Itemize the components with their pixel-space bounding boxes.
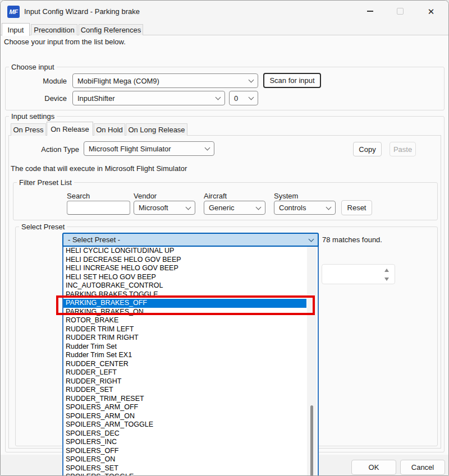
input-settings-legend: Input settings xyxy=(9,112,57,121)
chevron-down-icon xyxy=(186,204,191,210)
tab-on-press[interactable]: On Press xyxy=(11,123,46,136)
preset-dropdown-list: HELI CYCLIC LONGITUDINAL UPHELI DECREASE… xyxy=(62,246,319,476)
chevron-down-icon xyxy=(326,204,332,210)
preset-list-item[interactable]: SPOILERS_ARM_TOGGLE xyxy=(63,420,306,429)
preset-list-item[interactable]: SPOILERS_OFF xyxy=(63,447,306,456)
system-value: Controls xyxy=(279,204,327,212)
preset-list-item[interactable]: RUDDER_TRIM_RESET xyxy=(63,395,306,404)
arrow-up-icon xyxy=(384,269,389,272)
preset-dropdown-list-items: HELI CYCLIC LONGITUDINAL UPHELI DECREASE… xyxy=(63,247,306,476)
chevron-down-icon xyxy=(205,145,210,151)
preset-list-item[interactable]: SPOILERS_ARM_OFF xyxy=(63,403,306,412)
choose-input-legend: Choose input xyxy=(9,63,57,71)
minimize-button[interactable] xyxy=(357,1,383,22)
mobiflight-app-icon: MF xyxy=(7,6,20,18)
system-label: System xyxy=(274,192,298,200)
preset-list-item[interactable]: RUDDER TRIM RIGHT xyxy=(63,334,306,343)
device-label: Device xyxy=(34,94,67,103)
device-index-value: 0 xyxy=(234,94,249,103)
tab-input[interactable]: Input xyxy=(2,23,30,36)
minimize-icon xyxy=(367,11,373,12)
module-label: Module xyxy=(34,77,67,85)
maximize-button xyxy=(387,1,413,22)
device-index-dropdown[interactable]: 0 xyxy=(229,91,258,105)
vendor-dropdown[interactable]: Microsoft xyxy=(134,201,195,215)
preset-list-item[interactable]: ROTOR_BRAKE xyxy=(63,316,306,325)
preset-list-item[interactable]: SPOILERS_DEC xyxy=(63,429,306,438)
reset-button[interactable]: Reset xyxy=(341,200,372,215)
aircraft-value: Generic xyxy=(209,204,256,212)
chevron-down-icon xyxy=(309,236,314,242)
annotation-highlight-rectangle xyxy=(56,295,315,315)
preset-list-item[interactable]: HELI INCREASE HELO GOV BEEP xyxy=(63,264,306,273)
tab-precondition[interactable]: Precondition xyxy=(31,24,77,35)
module-value: MobiFlight Mega (COM9) xyxy=(77,77,249,85)
chevron-down-icon xyxy=(249,95,254,100)
action-type-dropdown[interactable]: Microsoft Flight Simulator xyxy=(84,141,214,156)
system-dropdown[interactable]: Controls xyxy=(274,201,336,215)
paste-button: Paste xyxy=(390,142,416,156)
select-preset-legend: Select Preset xyxy=(19,223,67,231)
chevron-down-icon xyxy=(256,204,262,210)
close-button[interactable]: ✕ xyxy=(418,1,444,22)
search-input[interactable] xyxy=(67,201,130,215)
arrow-down-icon xyxy=(384,278,389,281)
device-value: InputShifter xyxy=(77,94,216,103)
copy-button[interactable]: Copy xyxy=(353,142,382,156)
aircraft-label: Aircraft xyxy=(204,192,227,200)
action-type-value: Microsoft Flight Simulator xyxy=(89,145,205,153)
dropdown-scrollbar[interactable] xyxy=(307,246,317,475)
preset-list-item[interactable]: SPOILERS_ARM_ON xyxy=(63,412,306,421)
preset-list-item[interactable]: RUDDER_CENTER xyxy=(63,360,306,369)
tab-on-release[interactable]: On Release xyxy=(47,122,93,136)
titlebar: MF Input Config Wizard - Parking brake ✕ xyxy=(1,1,449,23)
search-label: Search xyxy=(67,192,90,200)
intro-text: Choose your input from the list below. xyxy=(4,38,126,46)
tab-on-hold[interactable]: On Hold xyxy=(94,123,125,136)
close-icon: ✕ xyxy=(428,7,435,16)
preset-list-item[interactable]: SPOILERS_TOGGLE xyxy=(63,473,306,476)
preset-list-item[interactable]: RUDDER_LEFT xyxy=(63,368,306,377)
spinner-up-button[interactable] xyxy=(381,266,392,275)
cancel-button[interactable]: Cancel xyxy=(400,460,445,475)
preset-list-item[interactable]: SPOILERS_ON xyxy=(63,455,306,464)
preset-list-item[interactable]: RUDDER TRIM LEFT xyxy=(63,325,306,334)
code-hint-text: The code that will execute in Microsoft … xyxy=(11,164,187,173)
device-dropdown[interactable]: InputShifter xyxy=(72,91,225,105)
scan-for-input-button[interactable]: Scan for input xyxy=(263,73,321,88)
spinner-down-button[interactable] xyxy=(381,275,392,284)
tab-config-references[interactable]: Config References xyxy=(79,24,143,35)
action-type-label: Action Type xyxy=(34,145,79,154)
ok-button[interactable]: OK xyxy=(351,460,396,475)
preset-list-item[interactable]: Rudder Trim Set EX1 xyxy=(63,351,306,360)
value-spinner[interactable] xyxy=(322,264,395,284)
preset-list-item[interactable]: RUDDER_SET xyxy=(63,386,306,395)
preset-list-item[interactable]: HELI CYCLIC LONGITUDINAL UP xyxy=(63,247,306,256)
preset-list-item[interactable]: SPOILERS_SET xyxy=(63,464,306,473)
select-preset-value: - Select Preset - xyxy=(68,235,309,244)
chevron-down-icon xyxy=(216,95,221,100)
select-preset-dropdown[interactable]: - Select Preset - xyxy=(62,233,319,247)
preset-list-item[interactable]: INC_AUTOBRAKE_CONTROL xyxy=(63,281,306,290)
preset-list-item[interactable]: RUDDER_RIGHT xyxy=(63,377,306,386)
matches-found-text: 78 matches found. xyxy=(322,235,382,244)
window-title: Input Config Wizard - Parking brake xyxy=(24,7,140,16)
vendor-value: Microsoft xyxy=(139,204,186,212)
preset-list-item[interactable]: HELI SET HELO GOV BEEP xyxy=(63,273,306,282)
tab-on-long-release[interactable]: On Long Release xyxy=(126,123,187,136)
input-config-wizard-window: MF Input Config Wizard - Parking brake ✕… xyxy=(0,0,449,476)
maximize-icon xyxy=(397,8,404,15)
vendor-label: Vendor xyxy=(134,192,157,200)
filter-preset-legend: Filter Preset List xyxy=(17,178,74,187)
dropdown-scrollbar-thumb[interactable] xyxy=(310,405,313,476)
chevron-down-icon xyxy=(249,77,254,83)
module-dropdown[interactable]: MobiFlight Mega (COM9) xyxy=(72,73,258,88)
aircraft-dropdown[interactable]: Generic xyxy=(204,201,265,215)
preset-list-item[interactable]: Rudder Trim Set xyxy=(63,343,306,352)
preset-list-item[interactable]: HELI DECREASE HELO GOV BEEP xyxy=(63,256,306,265)
preset-list-item[interactable]: SPOILERS_INC xyxy=(63,438,306,447)
